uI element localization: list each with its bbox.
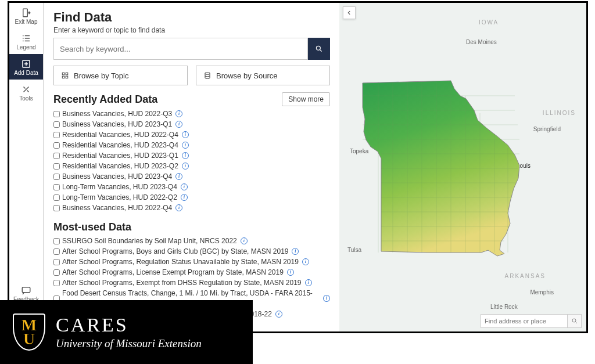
info-icon[interactable]: i: [287, 269, 294, 276]
info-icon[interactable]: i: [182, 152, 189, 159]
info-icon[interactable]: i: [175, 121, 182, 128]
search-row: [53, 38, 330, 60]
exit-map-button[interactable]: Exit Map: [9, 3, 43, 28]
info-icon[interactable]: i: [241, 237, 248, 244]
layer-checkbox[interactable]: [53, 205, 60, 211]
layer-label: After School Programs, License Exempt Pr…: [62, 267, 284, 277]
side-rail: Exit Map Legend Add Data Tools Feedback …: [9, 3, 44, 331]
layer-checkbox[interactable]: [53, 142, 60, 149]
svg-point-3: [316, 46, 320, 50]
layer-label: After School Programs, Boys and Girls Cl…: [62, 246, 288, 257]
list-item[interactable]: Long-Term Vacancies, HUD 2022-Q2i: [53, 192, 330, 203]
info-icon[interactable]: i: [302, 258, 309, 265]
info-icon[interactable]: i: [323, 295, 330, 302]
legend-label: Legend: [16, 45, 35, 51]
info-icon[interactable]: i: [175, 173, 182, 180]
list-item[interactable]: Long-Term Vacancies, HUD 2023-Q4i: [53, 182, 330, 192]
add-data-button[interactable]: Add Data: [9, 54, 43, 80]
search-icon: [315, 45, 323, 53]
source-icon: [203, 71, 212, 80]
layer-label: Business Vacancies, HUD 2022-Q3: [62, 109, 172, 119]
mostused-heading: Most-used Data: [53, 221, 131, 233]
missouri-choropleth: [358, 78, 538, 258]
layer-checkbox[interactable]: [53, 248, 60, 255]
list-item[interactable]: Residential Vacancies, HUD 2023-Q2i: [53, 161, 330, 171]
cares-subtitle: University of Missouri Extension: [56, 337, 202, 350]
layer-label: Business Vacancies, HUD 2023-Q4: [62, 171, 172, 182]
info-icon[interactable]: i: [182, 163, 189, 170]
layer-checkbox[interactable]: [53, 184, 60, 190]
show-more-button[interactable]: Show more: [282, 92, 330, 106]
info-icon[interactable]: i: [181, 194, 188, 201]
search-input[interactable]: [53, 38, 308, 60]
list-item[interactable]: After School Programs, Exempt from DHSS …: [53, 277, 330, 288]
svg-rect-2: [22, 287, 30, 293]
legend-icon: [20, 33, 32, 44]
mostused-head: Most-used Data: [53, 221, 330, 233]
info-icon[interactable]: i: [305, 279, 312, 286]
cares-footer: MU CARES University of Missouri Extensio…: [0, 300, 253, 364]
layer-checkbox[interactable]: [53, 153, 60, 159]
svg-point-8: [205, 73, 210, 75]
list-item[interactable]: Business Vacancies, HUD 2023-Q1i: [53, 119, 330, 129]
layer-label: Business Vacancies, HUD 2022-Q4: [62, 203, 172, 213]
layer-checkbox[interactable]: [53, 194, 60, 201]
info-icon[interactable]: i: [181, 183, 188, 190]
layer-label: Long-Term Vacancies, HUD 2023-Q4: [62, 182, 177, 192]
map-area[interactable]: IOWA ILLINOIS ARKANSAS Des Moines Spring…: [339, 3, 586, 331]
list-item[interactable]: Business Vacancies, HUD 2022-Q4i: [53, 203, 330, 213]
list-item[interactable]: After School Programs, Boys and Girls Cl…: [53, 246, 330, 257]
layer-checkbox[interactable]: [53, 174, 60, 180]
city-des-moines: Des Moines: [466, 39, 497, 45]
layer-checkbox[interactable]: [53, 121, 60, 128]
list-item[interactable]: Residential Vacancies, HUD 2023-Q4i: [53, 140, 330, 150]
layer-label: SSURGO Soil Boundaries by Soil Map Unit,…: [62, 236, 237, 246]
exit-icon: [20, 8, 32, 18]
list-item[interactable]: After School Programs, License Exempt Pr…: [53, 267, 330, 277]
browse-source-button[interactable]: Browse by Source: [196, 66, 330, 85]
map-search-input[interactable]: [481, 314, 568, 328]
recent-heading: Recently Added Data: [53, 93, 157, 106]
info-icon[interactable]: i: [182, 131, 189, 138]
layer-checkbox[interactable]: [53, 132, 60, 138]
tools-button[interactable]: Tools: [9, 80, 43, 105]
svg-rect-6: [62, 76, 64, 78]
list-item[interactable]: SSURGO Soil Boundaries by Soil Map Unit,…: [53, 236, 330, 246]
layer-label: Residential Vacancies, HUD 2023-Q1: [62, 150, 178, 161]
info-icon[interactable]: i: [275, 311, 282, 318]
info-icon[interactable]: i: [182, 142, 189, 149]
info-icon[interactable]: i: [175, 204, 182, 211]
map-search-button[interactable]: [568, 314, 582, 328]
add-data-label: Add Data: [14, 70, 38, 76]
info-icon[interactable]: i: [292, 248, 299, 255]
layer-checkbox[interactable]: [53, 269, 60, 276]
search-icon: [571, 318, 578, 325]
layer-label: Business Vacancies, HUD 2023-Q1: [62, 119, 172, 129]
browse-topic-button[interactable]: Browse by Topic: [53, 66, 188, 85]
info-icon[interactable]: i: [175, 110, 182, 117]
collapse-panel-button[interactable]: [343, 6, 356, 19]
layer-label: Residential Vacancies, HUD 2023-Q4: [62, 140, 178, 150]
rail-spacer: [9, 105, 43, 280]
list-item[interactable]: Business Vacancies, HUD 2022-Q3i: [53, 109, 330, 119]
legend-button[interactable]: Legend: [9, 28, 43, 54]
list-item[interactable]: After School Programs, Regulation Status…: [53, 257, 330, 267]
chevron-left-icon: [346, 10, 352, 16]
recent-head: Recently Added Data Show more: [53, 92, 330, 106]
svg-rect-5: [66, 73, 68, 74]
app-frame: Exit Map Legend Add Data Tools Feedback …: [8, 1, 588, 333]
page-title: Find Data: [53, 10, 330, 25]
layer-checkbox[interactable]: [53, 238, 60, 244]
layer-checkbox[interactable]: [53, 280, 60, 286]
list-item[interactable]: Residential Vacancies, HUD 2023-Q1i: [53, 150, 330, 161]
list-item[interactable]: Business Vacancies, HUD 2023-Q4i: [53, 171, 330, 182]
mu-logo: MU: [13, 313, 45, 351]
layer-checkbox[interactable]: [53, 163, 60, 170]
topic-icon: [61, 71, 69, 80]
layer-checkbox[interactable]: [53, 259, 60, 265]
list-item[interactable]: Residential Vacancies, HUD 2022-Q4i: [53, 129, 330, 140]
feedback-icon: [20, 285, 32, 295]
layer-checkbox[interactable]: [53, 111, 60, 117]
map-search: [481, 314, 582, 328]
search-button[interactable]: [308, 38, 330, 60]
